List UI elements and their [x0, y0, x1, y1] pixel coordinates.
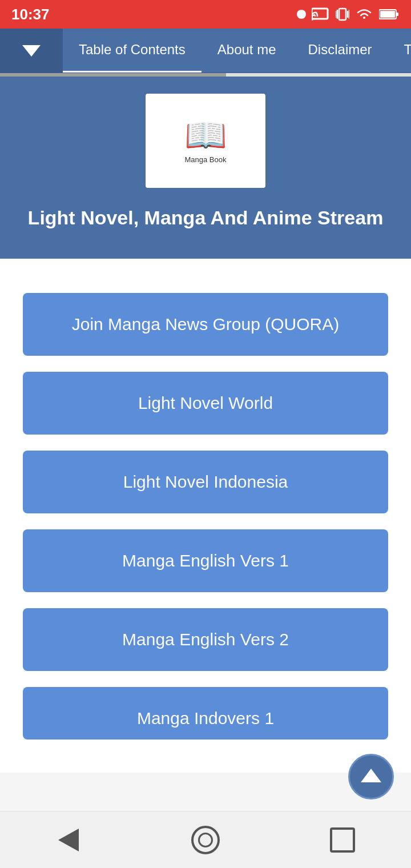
- recents-button[interactable]: [320, 823, 365, 857]
- nav-bar: Table of Contents About me Disclaimer Te…: [0, 29, 411, 73]
- wifi-icon: [355, 7, 373, 21]
- recents-square-icon: [330, 827, 355, 853]
- main-content: Join Manga News Group (QUORA) Light Nove…: [0, 259, 411, 773]
- battery-icon: [379, 9, 400, 20]
- bottom-navigation-bar: [0, 811, 411, 868]
- logo-emoji-icon: 📖: [184, 118, 227, 152]
- manga-indovers1-button[interactable]: Manga Indovers 1: [23, 687, 388, 740]
- manga-english-vers2-button[interactable]: Manga English Vers 2: [23, 608, 388, 671]
- status-bar: 10:37: [0, 0, 411, 29]
- hero-title: Light Novel, Manga And Anime Stream: [28, 205, 384, 230]
- nav-tabs: Table of Contents About me Disclaimer Te…: [63, 29, 411, 73]
- join-quora-button[interactable]: Join Manga News Group (QUORA): [23, 293, 388, 356]
- svg-point-1: [312, 17, 313, 21]
- svg-rect-8: [380, 11, 395, 18]
- scroll-indicator: [0, 73, 411, 77]
- arrow-up-icon: [361, 769, 381, 782]
- back-button[interactable]: [46, 823, 91, 857]
- svg-rect-9: [396, 13, 398, 16]
- back-arrow-icon: [58, 829, 79, 851]
- logo-inner: 📖 Manga Book: [184, 118, 227, 164]
- cast-icon: [312, 7, 330, 21]
- tab-terms[interactable]: Te...: [388, 29, 411, 73]
- svg-rect-2: [339, 9, 346, 20]
- status-time: 10:37: [11, 6, 50, 23]
- scroll-progress-bar: [0, 73, 226, 77]
- tab-disclaimer[interactable]: Disclaimer: [292, 29, 388, 73]
- vibrate-icon: [336, 6, 349, 22]
- manga-english-vers1-button[interactable]: Manga English Vers 1: [23, 529, 388, 592]
- chevron-down-icon: [22, 45, 41, 57]
- light-novel-world-button[interactable]: Light Novel World: [23, 372, 388, 435]
- home-circle-icon: [191, 826, 220, 854]
- logo-text: Manga Book: [184, 155, 227, 164]
- tab-about-me[interactable]: About me: [202, 29, 292, 73]
- status-icons: [297, 6, 400, 22]
- hero-banner: 📖 Manga Book Light Novel, Manga And Anim…: [0, 77, 411, 259]
- scroll-to-top-button[interactable]: [348, 754, 394, 799]
- light-novel-indonesia-button[interactable]: Light Novel Indonesia: [23, 451, 388, 513]
- svg-rect-0: [312, 9, 328, 19]
- site-logo: 📖 Manga Book: [146, 94, 265, 188]
- nav-dropdown-button[interactable]: [0, 29, 63, 73]
- home-button[interactable]: [183, 823, 228, 857]
- status-dot-icon: [297, 10, 306, 19]
- tab-table-of-contents[interactable]: Table of Contents: [63, 29, 202, 73]
